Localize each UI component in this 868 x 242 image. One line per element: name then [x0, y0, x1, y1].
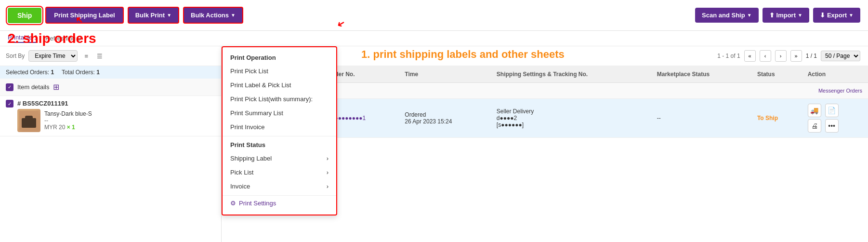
export-icon: ⬇ [820, 12, 825, 19]
messenger-orders-link[interactable]: Messenger Orders [818, 88, 862, 94]
truck-icon[interactable]: 🚚 [808, 104, 821, 117]
page-info: 1 / 1 [806, 53, 817, 59]
sort-by-label: Sort By [6, 53, 25, 59]
chevron-down-icon: ▼ [849, 13, 854, 18]
marketplace-cell: -- [651, 99, 751, 138]
sort-bar: Sort By Expire Time ≡ ☰ [0, 46, 221, 66]
product-name: Tansy-Dark blue-S [44, 110, 92, 117]
sort-select[interactable]: Expire Time [28, 50, 78, 62]
print-pick-list-item[interactable]: Print Pick List [223, 64, 336, 78]
th-action: Action [802, 66, 868, 83]
th-status: Status [751, 66, 802, 83]
item-details-label: Item details [17, 83, 49, 91]
print-operation-title: Print Operation [223, 51, 336, 64]
selected-orders-label: Selected Orders: 1 [6, 69, 54, 76]
dropdown-menu: Print Operation Print Pick List Print La… [222, 46, 337, 215]
table-header: ✓ Item details ⊞ [0, 79, 221, 96]
document-icon[interactable]: 📄 [825, 104, 839, 117]
marketplace-status: -- [657, 115, 661, 121]
product-image [17, 109, 40, 132]
refreshing-status: Refreshing 0 [45, 35, 81, 42]
prev-page-button[interactable]: ‹ [760, 50, 771, 62]
product-text: Tansy-Dark blue-S -- MYR 20 × 1 [44, 110, 92, 131]
print-pick-list-summary-item[interactable]: Print Pick List(with summary): [223, 92, 336, 106]
left-panel: Sort By Expire Time ≡ ☰ Selected Orders:… [0, 46, 222, 242]
th-marketplace: Marketplace Status [651, 66, 751, 83]
shipping-detail: d●●●●2 [497, 115, 645, 121]
invoice-item[interactable]: Invoice › [223, 179, 336, 193]
list-icon[interactable]: ☰ [95, 51, 105, 61]
order-row: ✓ # BS5SCZ011191 [0, 96, 221, 136]
export-button[interactable]: ⬇ Export ▼ [813, 8, 860, 23]
action-cell: 🚚 📄 🖨 ••• [802, 99, 868, 138]
top-bar: Ship Print Shipping Label Bulk Print ▼ B… [0, 0, 868, 31]
import-button[interactable]: ⬆ Import ▼ [763, 8, 809, 23]
chevron-right-icon: › [327, 155, 329, 162]
print-shipping-label-button[interactable]: Print Shipping Label [45, 7, 123, 24]
action-icons: 🚚 📄 [808, 104, 862, 117]
divider [223, 136, 336, 136]
product-desc: -- [44, 117, 92, 124]
order-id: # BS5SCZ011191 [17, 100, 92, 107]
filter-icon[interactable]: ≡ [81, 51, 91, 61]
import-icon: ⬆ [769, 12, 775, 19]
chevron-down-icon: ▼ [747, 13, 752, 18]
select-all-checkbox[interactable]: ✓ [6, 83, 13, 91]
orders-summary: Selected Orders: 1 Total Orders: 1 [0, 66, 221, 79]
print-settings-item[interactable]: ⚙ Print Settings [223, 195, 336, 211]
order-details: # BS5SCZ011191 Tansy-Dar [17, 100, 92, 132]
tracking-no: [s●●●●●●] [497, 121, 645, 128]
time-status: Ordered [405, 111, 485, 118]
time-date: 26 Apr 2023 15:24 [405, 118, 485, 125]
bulk-print-button[interactable]: Bulk Print ▼ [128, 7, 179, 24]
print-invoice-item[interactable]: Print Invoice [223, 120, 336, 134]
shipping-cell: Seller Delivery d●●●●2 [s●●●●●●] [491, 99, 651, 138]
bulk-actions-button[interactable]: Bulk Actions ▼ [183, 7, 243, 24]
print-status-title: Print Status [223, 138, 336, 151]
first-page-button[interactable]: « [744, 50, 756, 62]
chevron-down-icon: ▼ [231, 13, 236, 18]
status-cell: To Ship [751, 99, 802, 138]
top-bar-right: Scan and Ship ▼ ⬆ Import ▼ ⬇ Export ▼ [695, 8, 860, 23]
next-page-button[interactable]: › [775, 50, 787, 62]
main-content: Sort By Expire Time ≡ ☰ Selected Orders:… [0, 46, 868, 242]
page-range: 1 - 1 of 1 [717, 53, 740, 59]
settings-icon: ⚙ [230, 200, 236, 207]
pick-list-item[interactable]: Pick List › [223, 165, 336, 179]
product-info: Tansy-Dark blue-S -- MYR 20 × 1 [17, 109, 92, 132]
chevron-down-icon: ▼ [167, 13, 171, 18]
th-time: Time [399, 66, 491, 83]
print-icon[interactable]: 🖨 [808, 119, 821, 133]
scan-and-ship-button[interactable]: Scan and Ship ▼ [695, 8, 758, 23]
th-shipping: Shipping Settings & Tracking No. [491, 66, 651, 83]
order-checkbox[interactable]: ✓ [6, 100, 13, 108]
per-page-select[interactable]: 50 / Page [821, 51, 860, 61]
product-thumbnail [17, 109, 40, 132]
print-summary-list-item[interactable]: Print Summary List [223, 106, 336, 120]
sub-bar: Printable 1 Refreshing 0 [0, 31, 868, 46]
shipping-method: Seller Delivery [497, 108, 645, 115]
tab-printable[interactable]: Printable 1 [8, 34, 38, 43]
ship-button[interactable]: Ship [8, 8, 41, 23]
total-orders-label: Total Orders: 1 [62, 69, 100, 76]
time-cell: Ordered 26 Apr 2023 15:24 [399, 99, 491, 138]
last-page-button[interactable]: » [790, 50, 802, 62]
shipping-label-item[interactable]: Shipping Label › [223, 151, 336, 165]
status-badge: To Ship [757, 115, 778, 121]
svg-rect-2 [25, 116, 33, 120]
product-price: MYR 20 × 1 [44, 124, 92, 131]
print-label-pick-list-item[interactable]: Print Label & Pick List [223, 78, 336, 92]
action-icons-2: 🖨 ••• [808, 119, 862, 133]
chevron-right-icon: › [327, 183, 329, 190]
more-icon[interactable]: ••• [825, 119, 839, 133]
chevron-right-icon: › [327, 169, 329, 176]
add-item-icon[interactable]: ⊞ [53, 82, 59, 92]
chevron-down-icon: ▼ [798, 13, 802, 18]
